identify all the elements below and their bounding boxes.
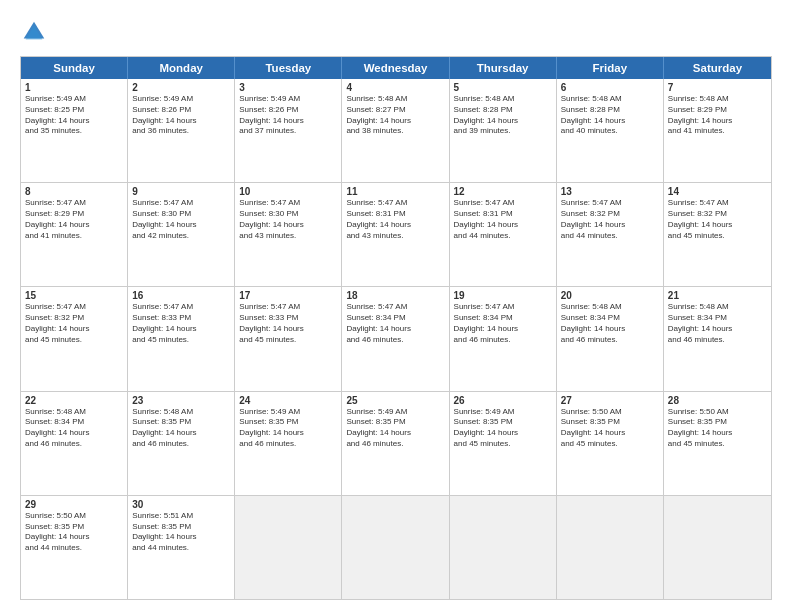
cell-info: Sunrise: 5:47 AMSunset: 8:32 PMDaylight:… [668, 198, 767, 241]
cell-info: Sunrise: 5:49 AMSunset: 8:35 PMDaylight:… [239, 407, 337, 450]
calendar-cell-day-16: 16Sunrise: 5:47 AMSunset: 8:33 PMDayligh… [128, 287, 235, 390]
cell-info: Sunrise: 5:47 AMSunset: 8:32 PMDaylight:… [561, 198, 659, 241]
day-number: 21 [668, 290, 767, 301]
calendar-cell-day-20: 20Sunrise: 5:48 AMSunset: 8:34 PMDayligh… [557, 287, 664, 390]
day-number: 19 [454, 290, 552, 301]
calendar-row-2: 8Sunrise: 5:47 AMSunset: 8:29 PMDaylight… [21, 182, 771, 286]
cell-info: Sunrise: 5:47 AMSunset: 8:32 PMDaylight:… [25, 302, 123, 345]
day-number: 16 [132, 290, 230, 301]
cell-info: Sunrise: 5:49 AMSunset: 8:26 PMDaylight:… [239, 94, 337, 137]
cell-info: Sunrise: 5:49 AMSunset: 8:35 PMDaylight:… [454, 407, 552, 450]
calendar-cell-day-26: 26Sunrise: 5:49 AMSunset: 8:35 PMDayligh… [450, 392, 557, 495]
calendar-cell-day-5: 5Sunrise: 5:48 AMSunset: 8:28 PMDaylight… [450, 79, 557, 182]
calendar-cell-day-15: 15Sunrise: 5:47 AMSunset: 8:32 PMDayligh… [21, 287, 128, 390]
page: SundayMondayTuesdayWednesdayThursdayFrid… [0, 0, 792, 612]
cell-info: Sunrise: 5:51 AMSunset: 8:35 PMDaylight:… [132, 511, 230, 554]
day-number: 12 [454, 186, 552, 197]
header-day-saturday: Saturday [664, 57, 771, 79]
cell-info: Sunrise: 5:48 AMSunset: 8:29 PMDaylight:… [668, 94, 767, 137]
cell-info: Sunrise: 5:47 AMSunset: 8:34 PMDaylight:… [454, 302, 552, 345]
cell-info: Sunrise: 5:47 AMSunset: 8:30 PMDaylight:… [132, 198, 230, 241]
calendar-cell-day-24: 24Sunrise: 5:49 AMSunset: 8:35 PMDayligh… [235, 392, 342, 495]
calendar-cell-day-13: 13Sunrise: 5:47 AMSunset: 8:32 PMDayligh… [557, 183, 664, 286]
day-number: 3 [239, 82, 337, 93]
cell-info: Sunrise: 5:49 AMSunset: 8:25 PMDaylight:… [25, 94, 123, 137]
day-number: 2 [132, 82, 230, 93]
cell-info: Sunrise: 5:49 AMSunset: 8:26 PMDaylight:… [132, 94, 230, 137]
calendar-cell-day-12: 12Sunrise: 5:47 AMSunset: 8:31 PMDayligh… [450, 183, 557, 286]
day-number: 1 [25, 82, 123, 93]
day-number: 10 [239, 186, 337, 197]
cell-info: Sunrise: 5:48 AMSunset: 8:27 PMDaylight:… [346, 94, 444, 137]
calendar-cell-day-29: 29Sunrise: 5:50 AMSunset: 8:35 PMDayligh… [21, 496, 128, 599]
day-number: 7 [668, 82, 767, 93]
logo-icon [20, 18, 48, 46]
cell-info: Sunrise: 5:50 AMSunset: 8:35 PMDaylight:… [668, 407, 767, 450]
calendar-cell-day-11: 11Sunrise: 5:47 AMSunset: 8:31 PMDayligh… [342, 183, 449, 286]
calendar-cell-day-28: 28Sunrise: 5:50 AMSunset: 8:35 PMDayligh… [664, 392, 771, 495]
cell-info: Sunrise: 5:47 AMSunset: 8:33 PMDaylight:… [132, 302, 230, 345]
calendar-cell-day-21: 21Sunrise: 5:48 AMSunset: 8:34 PMDayligh… [664, 287, 771, 390]
calendar-cell-day-10: 10Sunrise: 5:47 AMSunset: 8:30 PMDayligh… [235, 183, 342, 286]
calendar-cell-day-4: 4Sunrise: 5:48 AMSunset: 8:27 PMDaylight… [342, 79, 449, 182]
day-number: 28 [668, 395, 767, 406]
calendar-cell-day-2: 2Sunrise: 5:49 AMSunset: 8:26 PMDaylight… [128, 79, 235, 182]
header-day-wednesday: Wednesday [342, 57, 449, 79]
header-day-tuesday: Tuesday [235, 57, 342, 79]
cell-info: Sunrise: 5:47 AMSunset: 8:30 PMDaylight:… [239, 198, 337, 241]
cell-info: Sunrise: 5:50 AMSunset: 8:35 PMDaylight:… [561, 407, 659, 450]
cell-info: Sunrise: 5:48 AMSunset: 8:28 PMDaylight:… [454, 94, 552, 137]
day-number: 11 [346, 186, 444, 197]
cell-info: Sunrise: 5:48 AMSunset: 8:34 PMDaylight:… [561, 302, 659, 345]
day-number: 13 [561, 186, 659, 197]
day-number: 5 [454, 82, 552, 93]
cell-info: Sunrise: 5:48 AMSunset: 8:34 PMDaylight:… [25, 407, 123, 450]
day-number: 4 [346, 82, 444, 93]
calendar-cell-day-17: 17Sunrise: 5:47 AMSunset: 8:33 PMDayligh… [235, 287, 342, 390]
calendar-cell-day-19: 19Sunrise: 5:47 AMSunset: 8:34 PMDayligh… [450, 287, 557, 390]
calendar-cell-day-23: 23Sunrise: 5:48 AMSunset: 8:35 PMDayligh… [128, 392, 235, 495]
cell-info: Sunrise: 5:48 AMSunset: 8:35 PMDaylight:… [132, 407, 230, 450]
day-number: 30 [132, 499, 230, 510]
cell-info: Sunrise: 5:50 AMSunset: 8:35 PMDaylight:… [25, 511, 123, 554]
calendar-cell-day-27: 27Sunrise: 5:50 AMSunset: 8:35 PMDayligh… [557, 392, 664, 495]
cell-info: Sunrise: 5:47 AMSunset: 8:31 PMDaylight:… [454, 198, 552, 241]
cell-info: Sunrise: 5:47 AMSunset: 8:33 PMDaylight:… [239, 302, 337, 345]
calendar-cell-day-6: 6Sunrise: 5:48 AMSunset: 8:28 PMDaylight… [557, 79, 664, 182]
cell-info: Sunrise: 5:48 AMSunset: 8:34 PMDaylight:… [668, 302, 767, 345]
calendar-row-5: 29Sunrise: 5:50 AMSunset: 8:35 PMDayligh… [21, 495, 771, 599]
calendar-cell-day-18: 18Sunrise: 5:47 AMSunset: 8:34 PMDayligh… [342, 287, 449, 390]
calendar-header: SundayMondayTuesdayWednesdayThursdayFrid… [21, 57, 771, 79]
cell-info: Sunrise: 5:47 AMSunset: 8:31 PMDaylight:… [346, 198, 444, 241]
calendar-row-3: 15Sunrise: 5:47 AMSunset: 8:32 PMDayligh… [21, 286, 771, 390]
calendar-cell-day-30: 30Sunrise: 5:51 AMSunset: 8:35 PMDayligh… [128, 496, 235, 599]
header-day-friday: Friday [557, 57, 664, 79]
header-day-sunday: Sunday [21, 57, 128, 79]
cell-info: Sunrise: 5:49 AMSunset: 8:35 PMDaylight:… [346, 407, 444, 450]
cell-info: Sunrise: 5:47 AMSunset: 8:29 PMDaylight:… [25, 198, 123, 241]
day-number: 27 [561, 395, 659, 406]
calendar-cell-day-14: 14Sunrise: 5:47 AMSunset: 8:32 PMDayligh… [664, 183, 771, 286]
calendar-cell-day-9: 9Sunrise: 5:47 AMSunset: 8:30 PMDaylight… [128, 183, 235, 286]
calendar-cell-day-7: 7Sunrise: 5:48 AMSunset: 8:29 PMDaylight… [664, 79, 771, 182]
cell-info: Sunrise: 5:47 AMSunset: 8:34 PMDaylight:… [346, 302, 444, 345]
calendar-cell-day-25: 25Sunrise: 5:49 AMSunset: 8:35 PMDayligh… [342, 392, 449, 495]
cell-info: Sunrise: 5:48 AMSunset: 8:28 PMDaylight:… [561, 94, 659, 137]
header [20, 18, 772, 46]
header-day-thursday: Thursday [450, 57, 557, 79]
day-number: 23 [132, 395, 230, 406]
calendar-cell-day-22: 22Sunrise: 5:48 AMSunset: 8:34 PMDayligh… [21, 392, 128, 495]
day-number: 26 [454, 395, 552, 406]
day-number: 15 [25, 290, 123, 301]
day-number: 29 [25, 499, 123, 510]
calendar-body: 1Sunrise: 5:49 AMSunset: 8:25 PMDaylight… [21, 79, 771, 599]
calendar-cell-day-8: 8Sunrise: 5:47 AMSunset: 8:29 PMDaylight… [21, 183, 128, 286]
day-number: 14 [668, 186, 767, 197]
day-number: 18 [346, 290, 444, 301]
calendar-cell-empty [450, 496, 557, 599]
day-number: 24 [239, 395, 337, 406]
day-number: 17 [239, 290, 337, 301]
calendar-row-1: 1Sunrise: 5:49 AMSunset: 8:25 PMDaylight… [21, 79, 771, 182]
day-number: 6 [561, 82, 659, 93]
calendar-cell-day-1: 1Sunrise: 5:49 AMSunset: 8:25 PMDaylight… [21, 79, 128, 182]
